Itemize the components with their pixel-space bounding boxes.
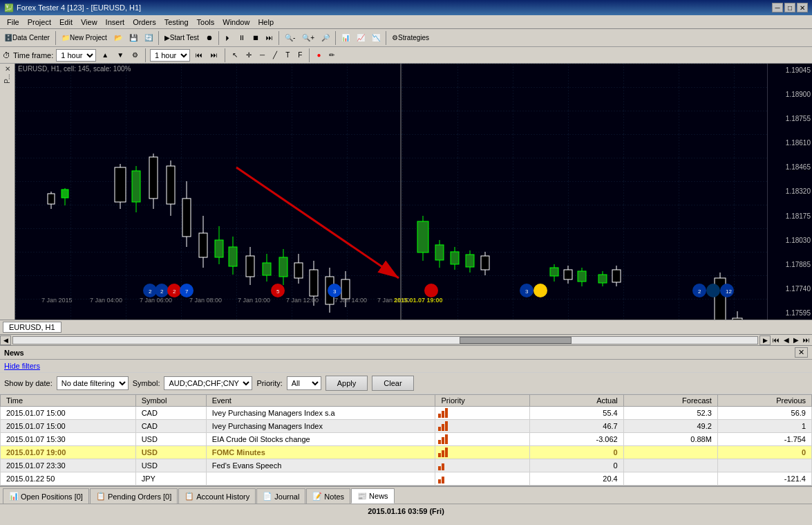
cell-symbol: USD [135, 459, 206, 472]
tab-news[interactable]: 📰 News [351, 488, 395, 504]
tf-settings-button[interactable]: ⚙ [129, 48, 141, 63]
search-button[interactable]: 🔎 [319, 30, 332, 46]
refresh-button[interactable]: 🔄 [142, 30, 155, 46]
menu-window[interactable]: Window [218, 17, 254, 28]
toolbar-main: 🗄️ Data Center 📁 New Project 📂 💾 🔄 ▶ Sta… [0, 29, 812, 47]
zoom-in-button[interactable]: 🔍+ [299, 30, 317, 46]
table-row[interactable]: 2015.01.07 23:30 USD Fed's Evans Speech … [1, 459, 812, 472]
color-tool[interactable]: ● [314, 48, 323, 63]
price-label-10: 1.17595 [769, 309, 811, 317]
stop-button[interactable]: ⏹ [249, 30, 262, 46]
symbol-filter-select[interactable]: AUD;CAD;CHF;CNY [164, 376, 252, 390]
title-bar-text: 💹 Forex Tester 4 [123] - [EURUSD, H1] [4, 3, 141, 12]
menu-tools[interactable]: Tools [193, 17, 219, 28]
menu-testing[interactable]: Testing [160, 17, 193, 28]
flag-count-10: 2 [698, 288, 701, 295]
flag-count-5: 5 [276, 288, 280, 295]
hline-tool[interactable]: ─ [257, 48, 267, 63]
tab-open-positions[interactable]: 📊 Open Positions [0] [3, 488, 89, 504]
menu-view[interactable]: View [77, 17, 102, 28]
tab-pending-orders[interactable]: 📋 Pending Orders [0] [90, 488, 178, 504]
menu-insert[interactable]: Insert [102, 17, 129, 28]
zoom-out-button[interactable]: 🔍- [282, 30, 298, 46]
hide-filters-link[interactable]: Hide filters [4, 362, 40, 370]
tf-down-button[interactable]: ▼ [114, 48, 126, 63]
tab-journal[interactable]: 📄 Journal [256, 488, 305, 504]
menu-project[interactable]: Project [23, 17, 55, 28]
record-button[interactable]: ⏺ [203, 30, 216, 46]
scroll-left-btn[interactable]: ◀ [0, 335, 11, 345]
pen-tool[interactable]: ✏ [326, 48, 337, 63]
menu-help[interactable]: Help [254, 17, 278, 28]
timeframe-select2[interactable]: 1 hour [150, 49, 190, 62]
tf-up-button[interactable]: ▲ [99, 48, 111, 63]
show-by-date-label: Show by date: [4, 379, 53, 387]
table-row[interactable]: 2015.01.07 15:30 USD EIA Crude Oil Stock… [1, 433, 812, 446]
cursor-tool[interactable]: ↖ [229, 48, 240, 63]
cell-forecast: 49.2 [623, 420, 717, 433]
minimize-button[interactable]: ─ [772, 3, 783, 12]
menu-file[interactable]: File [3, 17, 23, 28]
tab-notes[interactable]: 📝 Notes [306, 488, 350, 504]
candle-3 [115, 164, 126, 209]
scroll-track[interactable] [12, 336, 758, 344]
flag-count-4: 7 [185, 288, 189, 295]
cell-time: 2015.01.07 15:30 [1, 433, 136, 446]
tab-open-positions-label: Open Positions [0] [21, 492, 83, 501]
chart-type-bar[interactable]: 📊 [339, 30, 352, 46]
fibonacci-tool[interactable]: F [295, 48, 305, 63]
title-bar: 💹 Forex Tester 4 [123] - [EURUSD, H1] ─ … [0, 0, 812, 15]
start-test-button[interactable]: ▶ Start Test [162, 30, 202, 46]
step-button[interactable]: ⏭ [263, 30, 276, 46]
cell-time: 2015.01.07 19:00 [1, 446, 136, 459]
news-table-wrapper[interactable]: Time Symbol Event Priority Actual Foreca… [0, 394, 812, 486]
play-button[interactable]: ⏵ [222, 30, 234, 46]
menu-edit[interactable]: Edit [55, 17, 77, 28]
cell-symbol: CAD [135, 407, 206, 420]
clear-button[interactable]: Clear [372, 376, 413, 391]
table-row[interactable]: 2015.01.22 50 JPY 20.4 -121.4 [1, 472, 812, 486]
title-bar-controls: ─ □ ✕ [772, 3, 808, 12]
maximize-button[interactable]: □ [784, 3, 795, 12]
scroll-right-btn[interactable]: ▶ [759, 335, 771, 345]
svg-rect-2 [48, 194, 55, 204]
table-row-highlighted[interactable]: 2015.01.07 19:00 USD FOMC Minutes 0 0 [1, 446, 812, 459]
date-filter-select[interactable]: No date filtering [57, 376, 129, 390]
crosshair-tool[interactable]: ✛ [243, 48, 254, 63]
priority-filter-select[interactable]: All [287, 376, 321, 390]
chart-type-line[interactable]: 📉 [369, 30, 383, 46]
svg-rect-56 [715, 278, 726, 320]
save-button[interactable]: 💾 [126, 30, 140, 46]
tab-account-history[interactable]: 📋 Account History [178, 488, 256, 504]
table-row[interactable]: 2015.01.07 15:00 CAD Ivey Purchasing Man… [1, 420, 812, 433]
text-tool[interactable]: T [283, 48, 292, 63]
flag-count-8: 3 [525, 288, 529, 295]
cell-event: Ivey Purchasing Managers Index s.a [206, 407, 435, 420]
cell-forecast: 0.88M [623, 433, 717, 446]
strategies-button[interactable]: ⚙ Strategies [389, 30, 432, 46]
data-center-button[interactable]: 🗄️ Data Center [1, 30, 53, 46]
nav-prev-btn[interactable]: ⏮ [771, 336, 782, 344]
tf2-btn[interactable]: ⏮ [193, 48, 205, 63]
news-close-btn[interactable]: ✕ [795, 347, 808, 358]
trendline-tool[interactable]: ╱ [270, 48, 280, 63]
nav-next-btn[interactable]: ⏭ [801, 336, 812, 344]
pause-button[interactable]: ⏸ [236, 30, 248, 46]
filter-controls-row: Show by date: No date filtering Symbol: … [0, 373, 812, 394]
cell-time: 2015.01.22 50 [1, 472, 136, 486]
chart-canvas[interactable]: EURUSD, H1, cell: 145, scale: 100% [15, 64, 767, 320]
cell-actual: 0 [529, 459, 623, 472]
close-button[interactable]: ✕ [797, 3, 808, 12]
scroll-thumb[interactable] [460, 337, 572, 344]
nav-right-btn[interactable]: ▶ [791, 336, 801, 344]
chart-type-candle[interactable]: 📈 [354, 30, 368, 46]
tf3-btn[interactable]: ⏭ [208, 48, 220, 63]
apply-button[interactable]: Apply [325, 376, 368, 391]
timeframe-select1[interactable]: 1 hour [56, 49, 96, 62]
menu-orders[interactable]: Orders [129, 17, 160, 28]
new-project-button[interactable]: 📁 New Project [59, 30, 110, 46]
table-row[interactable]: 2015.01.07 15:00 CAD Ivey Purchasing Man… [1, 407, 812, 420]
chart1-close-btn[interactable]: ✕ [5, 65, 10, 73]
nav-left-btn[interactable]: ◀ [782, 336, 791, 344]
open-button[interactable]: 📂 [111, 30, 125, 46]
